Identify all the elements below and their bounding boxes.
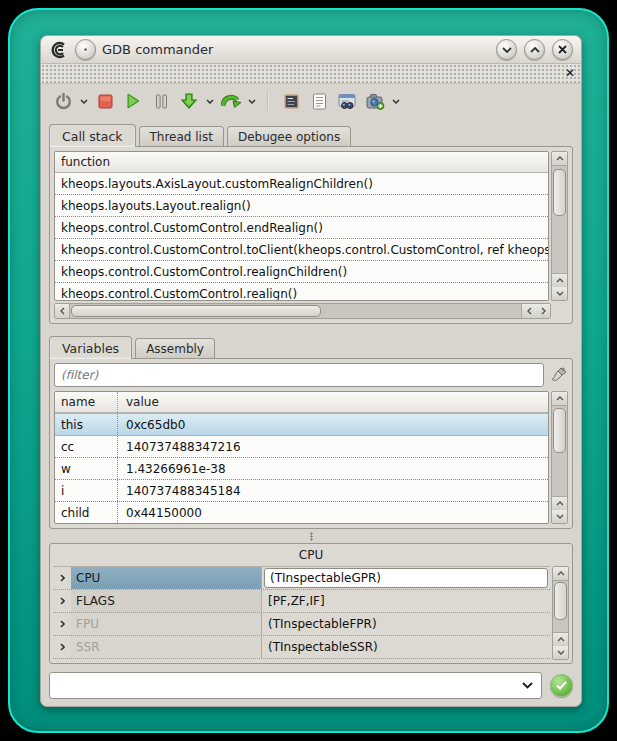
chevron-down-icon xyxy=(248,99,256,104)
scroll-track[interactable] xyxy=(70,304,521,318)
cpu-row-cpu[interactable]: CPU (TInspectableGPR) xyxy=(53,567,550,590)
scroll-left-button2[interactable] xyxy=(521,304,536,318)
scroll-track[interactable] xyxy=(553,581,568,632)
scroll-up-button2[interactable] xyxy=(552,273,567,287)
chevron-left-icon xyxy=(527,307,532,315)
name-column-header[interactable]: name xyxy=(61,392,118,412)
chevron-up-icon xyxy=(557,637,565,642)
app-logo-icon xyxy=(49,41,69,59)
variables-tabbar: Variables Assembly xyxy=(49,334,573,358)
chevron-down-icon xyxy=(80,99,88,104)
step-over-button[interactable] xyxy=(219,89,243,113)
cpu-register-tree[interactable]: CPU (TInspectableGPR) FLAGS [PF,ZF,IF] xyxy=(53,566,550,660)
tab-thread-list[interactable]: Thread list xyxy=(139,126,224,146)
scroll-right-button[interactable] xyxy=(536,304,550,318)
close-button[interactable] xyxy=(552,39,573,60)
expand-arrow-icon[interactable] xyxy=(53,590,71,612)
call-stack-hscrollbar[interactable] xyxy=(54,303,551,319)
value-column-header[interactable]: value xyxy=(126,395,159,409)
clear-filter-brush-icon[interactable] xyxy=(550,366,568,384)
splitter-handle[interactable] xyxy=(49,529,573,543)
scroll-up-button2[interactable] xyxy=(553,632,568,646)
gdb-commander-window: GDB commander ✕ xyxy=(40,35,582,707)
scroll-up-button[interactable] xyxy=(553,567,568,581)
stop-button[interactable] xyxy=(93,89,117,113)
step-into-button[interactable] xyxy=(177,89,201,113)
stack-frame-row[interactable]: kheops.control.CustomControl.realignChil… xyxy=(55,261,548,283)
execute-command-button[interactable] xyxy=(550,674,573,697)
scroll-thumb[interactable] xyxy=(553,169,566,216)
dock-close-icon[interactable]: ✕ xyxy=(565,65,575,82)
pause-button[interactable] xyxy=(149,89,173,113)
cpu-groupbox: CPU CPU (TInspectableGPR) FLAGS xyxy=(49,543,573,664)
variables-table[interactable]: name value this 0xc65db0 cc 140737488347… xyxy=(54,391,549,524)
expand-arrow-icon[interactable] xyxy=(53,636,71,658)
variable-row-i[interactable]: i 140737488345184 xyxy=(55,480,548,502)
chevron-down-icon xyxy=(502,47,512,53)
scroll-down-button[interactable] xyxy=(552,510,567,523)
chevron-up-icon xyxy=(556,278,564,283)
filter-input[interactable] xyxy=(54,363,544,387)
tab-variables[interactable]: Variables xyxy=(49,336,132,359)
step-over-dropdown[interactable] xyxy=(247,89,257,113)
cpu-row-ssr[interactable]: SSR (TInspectableSSR) xyxy=(53,636,550,659)
scroll-thumb[interactable] xyxy=(554,582,567,620)
scroll-down-button[interactable] xyxy=(553,646,568,659)
snapshot-dropdown[interactable] xyxy=(391,89,401,113)
cpu-row-flags[interactable]: FLAGS [PF,ZF,IF] xyxy=(53,590,550,613)
scroll-left-button[interactable] xyxy=(55,304,70,318)
stack-frame-row[interactable]: kheops.control.CustomControl.realign() xyxy=(55,283,548,301)
stack-frame-row[interactable]: kheops.layouts.AxisLayout.customRealignC… xyxy=(55,173,548,195)
scroll-down-button[interactable] xyxy=(552,287,567,300)
tab-assembly[interactable]: Assembly xyxy=(135,338,215,358)
call-stack-header: function xyxy=(55,152,548,173)
cpu-row-fpu[interactable]: FPU (TInspectableFPR) xyxy=(53,613,550,636)
command-row xyxy=(49,672,573,699)
call-stack-list[interactable]: function kheops.layouts.AxisLayout.custo… xyxy=(54,151,549,301)
stack-frame-row[interactable]: kheops.control.CustomControl.endRealign(… xyxy=(55,217,548,239)
chevron-down-icon xyxy=(556,514,564,519)
chevron-up-icon xyxy=(530,47,540,53)
call-stack-vscrollbar[interactable] xyxy=(551,151,568,301)
step-into-dropdown[interactable] xyxy=(205,89,215,113)
log-view-button[interactable] xyxy=(307,89,331,113)
variable-row-child[interactable]: child 0x44150000 xyxy=(55,502,548,524)
tab-debugee-options[interactable]: Debugee options xyxy=(227,126,351,146)
grip-dots-icon xyxy=(310,532,313,541)
scroll-thumb[interactable] xyxy=(553,408,566,453)
memory-view-icon xyxy=(283,93,300,110)
cpu-group-title: CPU xyxy=(50,544,572,566)
scroll-up-button2[interactable] xyxy=(552,496,567,510)
stack-frame-row[interactable]: kheops.layouts.Layout.realign() xyxy=(55,195,548,217)
cpu-vscrollbar[interactable] xyxy=(552,566,569,660)
call-stack-page: function kheops.layouts.AxisLayout.custo… xyxy=(49,146,573,324)
stack-frame-row[interactable]: kheops.control.CustomControl.toClient(kh… xyxy=(55,239,548,261)
expand-arrow-icon[interactable] xyxy=(53,613,71,635)
power-dropdown[interactable] xyxy=(79,89,89,113)
chevron-up-icon xyxy=(557,571,565,576)
command-combobox[interactable] xyxy=(49,672,542,699)
unshade-button[interactable] xyxy=(524,39,545,60)
titlebar[interactable]: GDB commander xyxy=(41,36,581,64)
scroll-up-button[interactable] xyxy=(552,152,567,166)
shade-button[interactable] xyxy=(496,39,517,60)
scroll-track[interactable] xyxy=(552,406,567,496)
variable-row-w[interactable]: w 1.43266961e-38 xyxy=(55,458,548,480)
expand-arrow-icon[interactable] xyxy=(53,567,71,589)
memory-view-button[interactable] xyxy=(279,89,303,113)
cpu-value-editor[interactable]: (TInspectableGPR) xyxy=(264,568,548,588)
tab-call-stack[interactable]: Call stack xyxy=(49,124,136,147)
scroll-track[interactable] xyxy=(552,166,567,273)
scroll-thumb[interactable] xyxy=(71,305,321,317)
watch-window-button[interactable] xyxy=(335,89,359,113)
power-button[interactable] xyxy=(51,89,75,113)
window-menu-button[interactable] xyxy=(75,39,96,60)
variable-row-this[interactable]: this 0xc65db0 xyxy=(55,413,548,436)
dock-handle[interactable]: ✕ xyxy=(41,64,581,84)
toolbar-separator xyxy=(267,91,269,111)
run-button[interactable] xyxy=(121,89,145,113)
variables-vscrollbar[interactable] xyxy=(551,391,568,524)
scroll-up-button[interactable] xyxy=(552,392,567,406)
variable-row-cc[interactable]: cc 140737488347216 xyxy=(55,436,548,458)
snapshot-add-button[interactable] xyxy=(363,89,387,113)
